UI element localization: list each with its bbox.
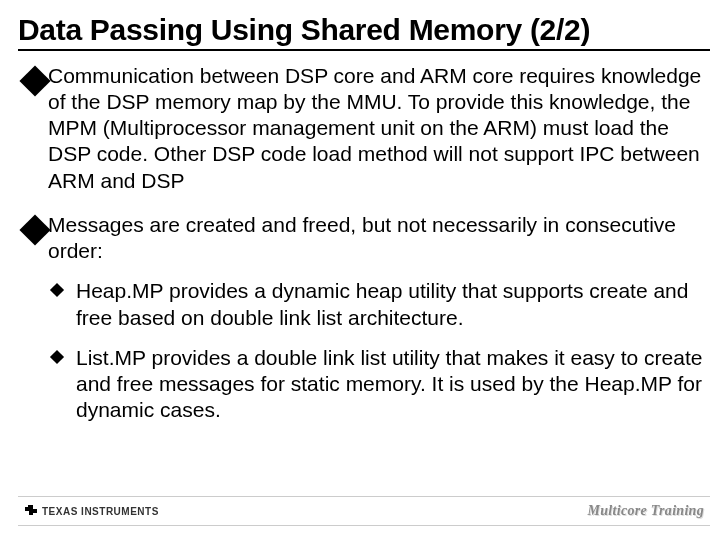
sub-bullet-text: Heap.MP provides a dynamic heap utility … — [76, 279, 688, 328]
sub-bullet-item: List.MP provides a double link list util… — [48, 345, 710, 424]
slide: Data Passing Using Shared Memory (2/2) C… — [0, 0, 720, 540]
bullet-item: Communication between DSP core and ARM c… — [18, 63, 710, 194]
title-underline — [18, 49, 710, 51]
bullet-list: Communication between DSP core and ARM c… — [18, 63, 710, 424]
sub-bullet-item: Heap.MP provides a dynamic heap utility … — [48, 278, 710, 331]
chip-icon — [24, 504, 38, 519]
footer-brand: Multicore Training — [587, 503, 704, 519]
bullet-text: Communication between DSP core and ARM c… — [48, 64, 701, 192]
bullet-item: Messages are created and freed, but not … — [18, 212, 710, 424]
sub-bullet-list: Heap.MP provides a dynamic heap utility … — [48, 278, 710, 423]
slide-footer: TEXAS INSTRUMENTS Multicore Training — [18, 496, 710, 526]
sub-bullet-text: List.MP provides a double link list util… — [76, 346, 702, 422]
bullet-text: Messages are created and freed, but not … — [48, 213, 676, 262]
ti-logo: TEXAS INSTRUMENTS — [24, 504, 159, 519]
slide-title: Data Passing Using Shared Memory (2/2) — [18, 14, 710, 46]
ti-logo-text: TEXAS INSTRUMENTS — [42, 506, 159, 517]
